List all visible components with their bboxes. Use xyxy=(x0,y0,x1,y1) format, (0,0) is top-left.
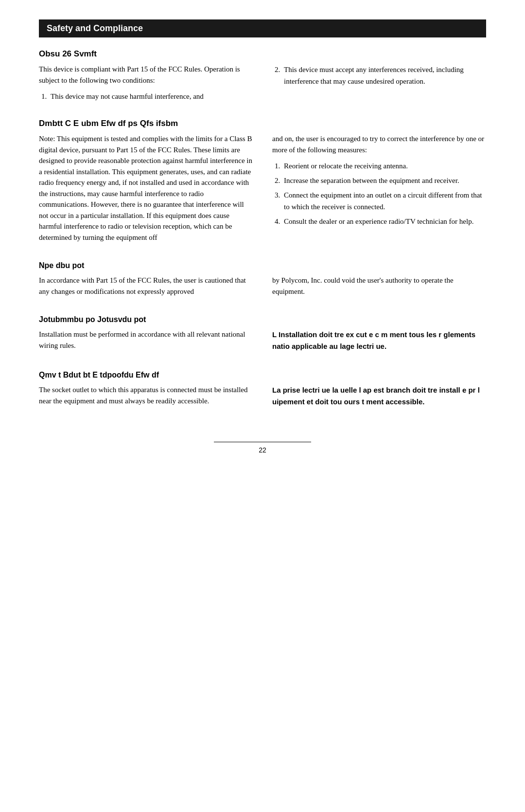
section1-title: Obsu 26 Svmft xyxy=(39,49,486,59)
page-number: 22 xyxy=(259,446,266,454)
page-footer: 22 xyxy=(214,442,311,454)
section5-title: Qmv t Bdut bt E tdpoofdu Efw df xyxy=(39,371,486,379)
section3-title: Npe dbu pot xyxy=(39,261,486,270)
section1-right: This device must accept any interference… xyxy=(272,64,486,105)
section2-left: Note: This equipment is tested and compl… xyxy=(39,133,253,248)
section3-right-para: by Polycom, Inc. could void the user's a… xyxy=(272,275,486,297)
section1-left-para: This device is compliant with Part 15 of… xyxy=(39,64,253,86)
section3-left: In accordance with Part 15 of the FCC Ru… xyxy=(39,275,253,302)
section4-left-para: Installation must be performed in accord… xyxy=(39,329,253,351)
section-installation: Jotubmmbu po Jotusvdu pot Installation m… xyxy=(39,315,486,357)
header-title: Safety and Compliance xyxy=(47,23,143,33)
section2-list-item-1: Reorient or relocate the receiving anten… xyxy=(282,160,486,172)
section5-right: La prise lectri ue la uelle l ap est bra… xyxy=(272,384,486,413)
section2-left-para: Note: This equipment is tested and compl… xyxy=(39,133,253,243)
section-socket: Qmv t Bdut bt E tdpoofdu Efw df The sock… xyxy=(39,371,486,413)
page-header-bar: Safety and Compliance xyxy=(39,19,486,37)
section2-list-item-4: Consult the dealer or an experience radi… xyxy=(282,216,486,227)
section-modifications: Npe dbu pot In accordance with Part 15 o… xyxy=(39,261,486,302)
section5-left-para: The socket outlet to which this apparatu… xyxy=(39,384,253,406)
section5-left: The socket outlet to which this apparatu… xyxy=(39,384,253,413)
section1-list-item-1: This device may not cause harmful interf… xyxy=(49,90,253,102)
section4-title: Jotubmmbu po Jotusvdu pot xyxy=(39,315,486,324)
section3-left-para: In accordance with Part 15 of the FCC Ru… xyxy=(39,275,253,297)
section2-right-intro: and on, the user is encouraged to try to… xyxy=(272,133,486,155)
section1-left: This device is compliant with Part 15 of… xyxy=(39,64,253,105)
section5-french-text: La prise lectri ue la uelle l ap est bra… xyxy=(272,384,486,408)
section4-right: L Installation doit tre ex cut e c m men… xyxy=(272,329,486,357)
section1-list-item-2: This device must accept any interference… xyxy=(282,64,486,87)
section2-title: Dmbtt C E ubm Efw df ps Qfs ifsbm xyxy=(39,119,486,128)
section-fcc-conditions: Obsu 26 Svmft This device is compliant w… xyxy=(39,49,486,105)
section4-french-text: L Installation doit tre ex cut e c m men… xyxy=(272,329,486,352)
section2-list-item-3: Connect the equipment into an outlet on … xyxy=(282,189,486,213)
section-class-b: Dmbtt C E ubm Efw df ps Qfs ifsbm Note: … xyxy=(39,119,486,248)
section2-list-item-2: Increase the separation between the equi… xyxy=(282,175,486,186)
section3-right: by Polycom, Inc. could void the user's a… xyxy=(272,275,486,302)
section2-right: and on, the user is encouraged to try to… xyxy=(272,133,486,248)
section4-left: Installation must be performed in accord… xyxy=(39,329,253,357)
